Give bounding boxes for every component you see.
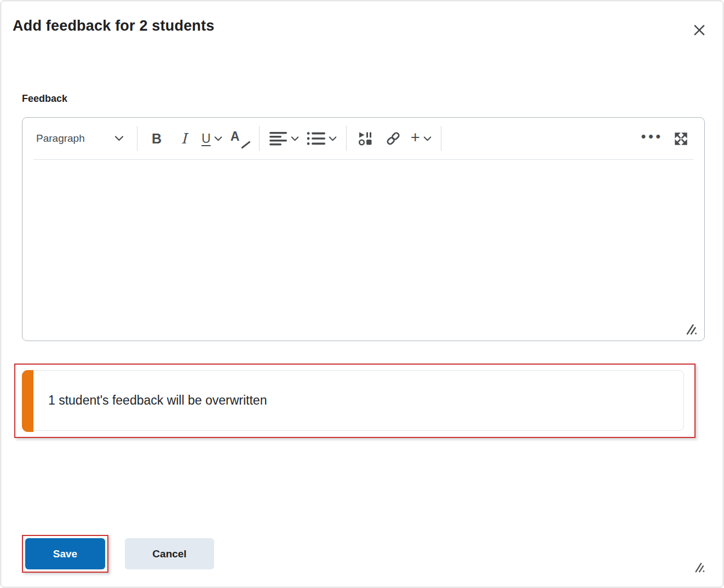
toolbar-divider (137, 126, 137, 151)
dialog-title: Add feedback for 2 students (13, 18, 214, 34)
paragraph-format-dropdown[interactable]: Paragraph (34, 124, 127, 153)
chevron-down-icon (114, 135, 124, 142)
resize-grip-icon (694, 562, 708, 574)
underline-icon: U (202, 131, 211, 146)
insert-stuff-icon (358, 131, 373, 146)
link-icon (385, 130, 401, 147)
bullet-list-icon (307, 131, 325, 146)
toolbar-divider (259, 126, 260, 151)
feedback-text-area[interactable] (22, 160, 704, 341)
italic-button[interactable]: I (172, 124, 196, 153)
alert-message: 1 student's feedback will be overwritten (48, 371, 267, 430)
more-actions-button[interactable]: ••• (639, 124, 665, 153)
insert-link-button[interactable] (381, 124, 405, 153)
close-button[interactable] (690, 21, 709, 39)
font-color-button[interactable]: A (228, 124, 252, 153)
paragraph-format-label: Paragraph (36, 132, 85, 145)
save-button[interactable]: Save (25, 538, 105, 569)
insert-more-dropdown[interactable]: + (409, 124, 434, 153)
toolbar-divider (441, 126, 441, 151)
list-dropdown[interactable] (304, 124, 339, 153)
alignment-dropdown[interactable] (267, 124, 301, 153)
ellipsis-icon: ••• (641, 129, 663, 144)
italic-icon: I (181, 130, 187, 147)
add-feedback-dialog: Add feedback for 2 students Feedback Par… (1, 1, 723, 587)
fullscreen-icon (674, 131, 688, 146)
feedback-label: Feedback (22, 93, 67, 105)
fullscreen-button[interactable] (669, 124, 693, 153)
align-left-icon (269, 131, 288, 146)
chevron-down-icon (214, 136, 222, 142)
chevron-down-icon (329, 136, 337, 142)
overwrite-warning-alert: 1 student's feedback will be overwritten (22, 370, 684, 431)
rich-text-editor: Paragraph B I U A (22, 117, 705, 341)
alert-accent-bar (22, 370, 33, 432)
chevron-down-icon (423, 136, 432, 142)
editor-toolbar: Paragraph B I U A (22, 118, 704, 159)
font-color-icon: A (231, 129, 249, 148)
toolbar-divider (346, 126, 347, 151)
editor-resize-handle[interactable] (685, 322, 699, 337)
bold-icon: B (152, 131, 162, 147)
plus-icon: + (411, 130, 420, 147)
bold-button[interactable]: B (145, 124, 169, 153)
chevron-down-icon (291, 136, 299, 142)
close-icon (692, 23, 706, 37)
cancel-button[interactable]: Cancel (125, 538, 214, 569)
resize-grip-icon (685, 323, 699, 336)
insert-stuff-button[interactable] (354, 124, 378, 153)
underline-dropdown[interactable]: U (199, 124, 225, 153)
dialog-resize-handle[interactable] (694, 561, 708, 575)
